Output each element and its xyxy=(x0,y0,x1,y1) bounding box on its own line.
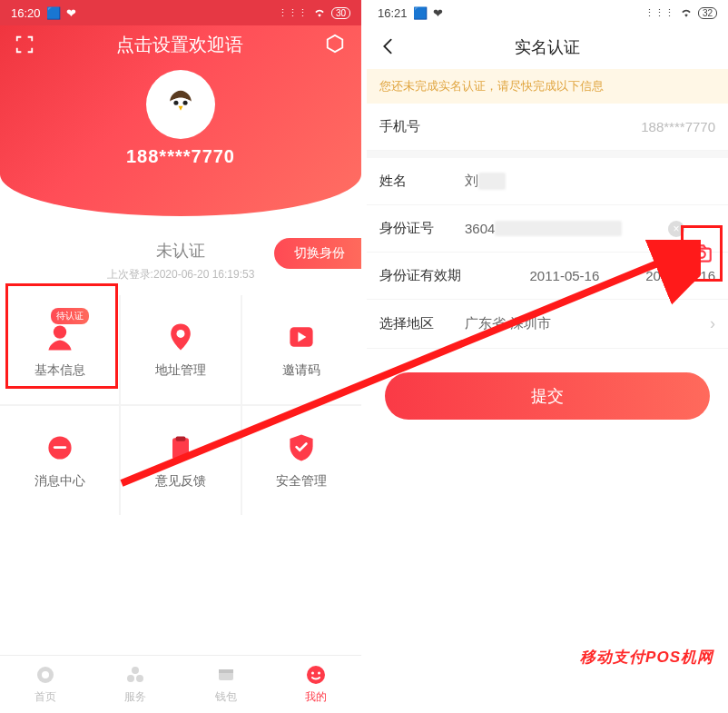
svg-point-14 xyxy=(127,675,134,682)
wifi-icon xyxy=(680,6,693,19)
nav-mine[interactable]: 我的 xyxy=(271,656,362,713)
validity-start: 2011-05-16 xyxy=(530,268,600,283)
coin-icon xyxy=(34,664,56,686)
svg-point-20 xyxy=(318,672,320,675)
tile-label: 邀请码 xyxy=(282,362,320,379)
statusbar-right: 16:21 🟦 ❤ ⋮⋮⋮ 32 xyxy=(367,0,728,25)
tile-messages[interactable]: 消息中心 xyxy=(0,406,119,515)
row-region[interactable]: 选择地区 广东省-深圳市 › xyxy=(367,300,728,349)
page-title: 实名认证 xyxy=(515,36,580,58)
svg-point-15 xyxy=(136,675,143,682)
nav-label: 服务 xyxy=(124,689,146,705)
statusbar-heart-icon: ❤ xyxy=(433,6,443,20)
battery-indicator: 32 xyxy=(698,7,717,19)
tile-label: 基本信息 xyxy=(34,362,85,379)
svg-rect-8 xyxy=(53,446,65,449)
smile-icon xyxy=(305,664,327,686)
svg-point-3 xyxy=(183,101,188,105)
row-name[interactable]: 姓名 刘某某 xyxy=(367,158,728,205)
auth-status-block: 未认证 上次登录:2020-06-20 16:19:53 切换身份 xyxy=(0,216,361,295)
nav-label: 首页 xyxy=(34,689,56,705)
svg-point-19 xyxy=(311,672,314,675)
wifi-icon xyxy=(313,6,326,19)
svg-point-5 xyxy=(176,330,184,338)
tile-invite-code[interactable]: 邀请码 xyxy=(242,295,361,404)
profile-menu-grid: 待认证 基本信息 地址管理 邀请码 xyxy=(0,295,361,515)
svg-point-13 xyxy=(132,667,139,674)
watermark-text: 移动支付POS机网 xyxy=(580,647,713,668)
message-icon xyxy=(44,431,76,464)
avatar[interactable] xyxy=(146,70,215,139)
svg-marker-0 xyxy=(328,35,343,51)
region-value: 广东省-深圳市 xyxy=(457,315,704,332)
svg-point-4 xyxy=(53,325,65,338)
validity-range: 2011-05-16 — 2031-05-16 xyxy=(530,268,715,283)
clear-icon[interactable]: × xyxy=(668,221,684,237)
tile-label: 地址管理 xyxy=(155,362,206,379)
phone-label: 手机号 xyxy=(379,118,457,135)
location-pin-icon xyxy=(164,321,197,353)
nav-home[interactable]: 首页 xyxy=(0,656,91,713)
statusbar-left: 16:20 🟦 ❤ ⋮⋮⋮ 30 xyxy=(0,0,361,25)
svg-point-12 xyxy=(42,671,49,678)
wallet-icon xyxy=(215,664,237,686)
settings-hex-icon[interactable] xyxy=(325,34,347,55)
last-login-text: 上次登录:2020-06-20 16:19:53 xyxy=(15,267,347,282)
tile-label: 意见反馈 xyxy=(155,473,206,490)
nav-label: 我的 xyxy=(305,689,327,705)
battery-indicator: 30 xyxy=(331,7,350,19)
signal-icon: ⋮⋮⋮ xyxy=(644,7,674,19)
cluster-icon xyxy=(124,664,146,686)
feedback-icon xyxy=(164,431,197,464)
signal-icon: ⋮⋮⋮ xyxy=(278,7,308,19)
phone-profile-screen: 16:20 🟦 ❤ ⋮⋮⋮ 30 点击设置欢迎语 xyxy=(0,0,361,713)
nav-wallet[interactable]: 钱包 xyxy=(181,656,271,713)
page-header: 实名认证 xyxy=(367,25,728,69)
statusbar-app-icon: 🟦 xyxy=(46,6,61,20)
profile-phone: 188****7770 xyxy=(0,146,361,167)
svg-point-22 xyxy=(698,251,705,258)
id-label: 身份证号 xyxy=(379,220,457,237)
tile-label: 消息中心 xyxy=(34,473,85,490)
statusbar-time: 16:20 xyxy=(11,6,41,20)
svg-point-2 xyxy=(173,101,178,105)
share-arrow-icon xyxy=(285,321,318,353)
pending-badge: 待认证 xyxy=(51,308,89,324)
tile-basic-info[interactable]: 待认证 基本信息 xyxy=(0,295,119,404)
chevron-right-icon: › xyxy=(710,314,715,333)
nav-label: 钱包 xyxy=(215,689,237,705)
tile-security[interactable]: 安全管理 xyxy=(242,406,361,515)
tile-address[interactable]: 地址管理 xyxy=(121,295,240,404)
submit-button[interactable]: 提交 xyxy=(385,372,710,420)
back-arrow-icon[interactable] xyxy=(378,36,398,56)
nav-service[interactable]: 服务 xyxy=(91,656,182,713)
svg-rect-10 xyxy=(176,436,186,441)
tile-feedback[interactable]: 意见反馈 xyxy=(121,406,240,515)
person-icon xyxy=(44,321,76,353)
statusbar-app-icon: 🟦 xyxy=(413,6,428,20)
name-value: 刘某某 xyxy=(457,173,715,190)
scan-icon[interactable] xyxy=(15,35,34,54)
profile-header: 点击设置欢迎语 188****7770 xyxy=(0,25,361,216)
tile-label: 安全管理 xyxy=(276,473,327,490)
statusbar-heart-icon: ❤ xyxy=(66,6,76,20)
svg-rect-17 xyxy=(219,669,233,673)
id-value: 3604XXXXXXXXXXXXXX xyxy=(457,221,661,236)
shield-check-icon xyxy=(285,431,318,464)
row-id-number[interactable]: 身份证号 3604XXXXXXXXXXXXXX × xyxy=(367,205,728,253)
phone-value: 188****7770 xyxy=(457,119,715,134)
statusbar-time: 16:21 xyxy=(378,6,408,20)
welcome-text[interactable]: 点击设置欢迎语 xyxy=(116,33,243,57)
phone-auth-screen: 16:21 🟦 ❤ ⋮⋮⋮ 32 实名认证 您还未完成实名认证，请尽快完成以下信… xyxy=(367,0,728,713)
validity-sep: — xyxy=(615,268,629,283)
camera-icon[interactable] xyxy=(686,238,717,269)
switch-identity-button[interactable]: 切换身份 xyxy=(274,238,361,269)
bottom-nav: 首页 服务 钱包 我的 xyxy=(0,655,361,713)
notice-bar: 您还未完成实名认证，请尽快完成以下信息 xyxy=(367,69,728,104)
row-validity[interactable]: 身份证有效期 2011-05-16 — 2031-05-16 xyxy=(367,253,728,300)
row-phone: 手机号 188****7770 xyxy=(367,104,728,151)
validity-end: 2031-05-16 xyxy=(645,268,715,283)
name-label: 姓名 xyxy=(379,173,457,190)
svg-point-18 xyxy=(307,666,325,684)
region-label: 选择地区 xyxy=(379,315,457,332)
